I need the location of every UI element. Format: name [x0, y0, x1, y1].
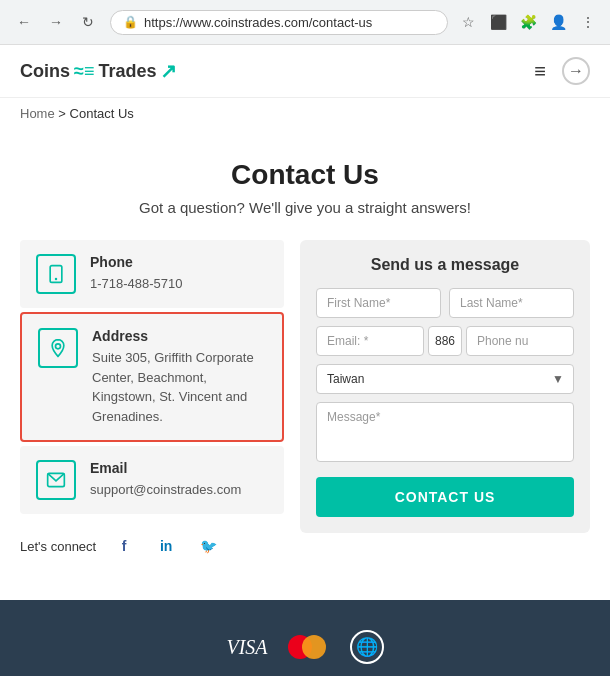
browser-toolbar-icons: ☆ ⬛ 🧩 👤 ⋮ — [456, 10, 600, 34]
profile-icon[interactable]: 👤 — [546, 10, 570, 34]
back-button[interactable]: ← — [10, 8, 38, 36]
address-value: Suite 305, Griffith Corporate Center, Be… — [92, 348, 266, 426]
menu-icon[interactable]: ⋮ — [576, 10, 600, 34]
forward-button[interactable]: → — [42, 8, 70, 36]
mastercard-icon — [288, 633, 330, 661]
header-actions: ≡ → — [534, 57, 590, 85]
country-select-row: Taiwan United States United Kingdom Aust… — [316, 364, 574, 394]
logo: Coins ≈≡ Trades ↗ — [20, 59, 177, 83]
social-row: Let's connect f in 🐦 — [20, 518, 284, 560]
last-name-input[interactable] — [449, 288, 574, 318]
url-text: https://www.coinstrades.com/contact-us — [144, 15, 372, 30]
message-textarea[interactable] — [316, 402, 574, 462]
breadcrumb-separator: > — [58, 106, 66, 121]
mastercard-right-circle — [302, 635, 326, 659]
logo-icon: ≈≡ — [74, 61, 94, 82]
email-wrap — [316, 326, 424, 356]
first-name-input[interactable] — [316, 288, 441, 318]
email-input[interactable] — [316, 326, 424, 356]
address-label: Address — [92, 328, 266, 344]
page: Coins ≈≡ Trades ↗ ≡ → Home > Contact Us … — [0, 45, 610, 676]
logo-coins: Coins — [20, 61, 70, 82]
contact-info-section: Phone 1-718-488-5710 Address Suite 3 — [20, 240, 284, 560]
twitter-icon[interactable]: 🐦 — [194, 532, 222, 560]
breadcrumb: Home > Contact Us — [0, 98, 610, 129]
extension-icon[interactable]: 🧩 — [516, 10, 540, 34]
hero-subtitle: Got a question? We'll give you a straigh… — [20, 199, 590, 216]
email-content: Email support@coinstrades.com — [90, 460, 268, 500]
email-phone-row: 886 — [316, 326, 574, 356]
phone-wrap — [466, 326, 574, 356]
email-value: support@coinstrades.com — [90, 480, 268, 500]
email-card: Email support@coinstrades.com — [20, 446, 284, 514]
address-content: Address Suite 305, Griffith Corporate Ce… — [92, 328, 266, 426]
main-content: Contact Us Got a question? We'll give yo… — [0, 129, 610, 580]
lock-icon: 🔒 — [123, 15, 138, 29]
payment-icons: VISA 🌐 — [20, 630, 590, 664]
facebook-icon[interactable]: f — [110, 532, 138, 560]
star-icon[interactable]: ☆ — [456, 10, 480, 34]
logo-chart: ↗ — [160, 59, 177, 83]
breadcrumb-current: Contact Us — [70, 106, 134, 121]
user-account-icon[interactable]: → — [562, 57, 590, 85]
visa-icon: VISA — [226, 636, 267, 659]
logo-trades: Trades — [98, 61, 156, 82]
linkedin-icon[interactable]: in — [152, 532, 180, 560]
form-title: Send us a message — [316, 256, 574, 274]
email-icon — [36, 460, 76, 500]
first-name-field — [316, 288, 441, 318]
footer-dark: VISA 🌐 — [0, 600, 610, 676]
address-icon — [38, 328, 78, 368]
contact-form: Send us a message 886 — [300, 240, 590, 533]
hero-section: Contact Us Got a question? We'll give yo… — [20, 139, 590, 240]
address-bar[interactable]: 🔒 https://www.coinstrades.com/contact-us — [110, 10, 448, 35]
phone-content: Phone 1-718-488-5710 — [90, 254, 268, 294]
email-label: Email — [90, 460, 268, 476]
hamburger-menu[interactable]: ≡ — [534, 60, 546, 83]
address-card: Address Suite 305, Griffith Corporate Ce… — [20, 312, 284, 442]
social-label: Let's connect — [20, 539, 96, 554]
nav-buttons: ← → ↻ — [10, 8, 102, 36]
submit-button[interactable]: CONTACT US — [316, 477, 574, 517]
screenshot-icon[interactable]: ⬛ — [486, 10, 510, 34]
svg-point-2 — [56, 344, 61, 349]
phone-value: 1-718-488-5710 — [90, 274, 268, 294]
swift-icon: 🌐 — [350, 630, 384, 664]
phone-card: Phone 1-718-488-5710 — [20, 240, 284, 308]
last-name-field — [449, 288, 574, 318]
phone-input[interactable] — [466, 326, 574, 356]
country-code: 886 — [428, 326, 462, 356]
breadcrumb-home[interactable]: Home — [20, 106, 55, 121]
name-row — [316, 288, 574, 318]
browser-toolbar: ← → ↻ 🔒 https://www.coinstrades.com/cont… — [0, 0, 610, 44]
refresh-button[interactable]: ↻ — [74, 8, 102, 36]
phone-label: Phone — [90, 254, 268, 270]
browser-chrome: ← → ↻ 🔒 https://www.coinstrades.com/cont… — [0, 0, 610, 45]
phone-icon — [36, 254, 76, 294]
site-header: Coins ≈≡ Trades ↗ ≡ → — [0, 45, 610, 98]
country-select[interactable]: Taiwan United States United Kingdom Aust… — [316, 364, 574, 394]
two-col-layout: Phone 1-718-488-5710 Address Suite 3 — [20, 240, 590, 560]
page-title: Contact Us — [20, 159, 590, 191]
